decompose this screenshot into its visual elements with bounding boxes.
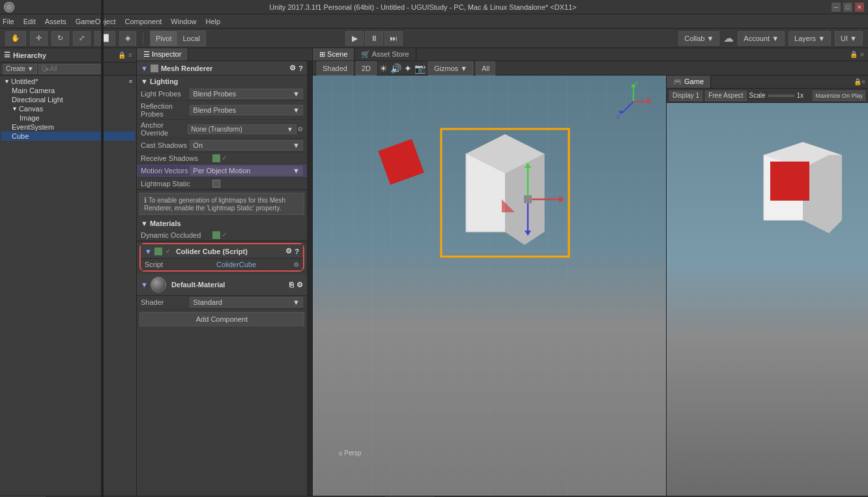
menu-help[interactable]: Help: [205, 18, 220, 25]
tab-inspector[interactable]: ☰ Inspector: [137, 48, 188, 61]
inspector-vscroll[interactable]: [307, 61, 312, 496]
colider-settings-icon[interactable]: ⚙: [285, 247, 292, 255]
pivot-button[interactable]: Pivot: [151, 31, 177, 46]
prop-dropdown-anchor[interactable]: None (Transform)▼: [188, 124, 297, 134]
play-controls: ▶ ⏸ ⏭: [345, 31, 403, 46]
scene-audio-icon[interactable]: 🔊: [390, 63, 401, 74]
menu-edit[interactable]: Edit: [23, 18, 36, 25]
gizmo-axis-widget: Y X Z: [614, 82, 653, 121]
display-button[interactable]: Display 1: [669, 91, 702, 101]
add-component-button[interactable]: Add Component: [139, 312, 304, 326]
svg-text:Z: Z: [616, 114, 620, 120]
shaded-button[interactable]: Shaded: [317, 61, 353, 76]
prop-dropdown-reflection[interactable]: Blend Probes▼: [190, 105, 303, 115]
minimize-button[interactable]: ─: [832, 3, 841, 12]
menu-file[interactable]: File: [3, 18, 14, 25]
prop-dropdown-motion[interactable]: Per Object Motion▼: [190, 165, 303, 176]
scene-cube-container: [440, 128, 570, 259]
pivot-group: Pivot Local: [150, 31, 206, 46]
scene-view[interactable]: ≤ Persp Y X: [313, 76, 666, 496]
section-fold-icon[interactable]: ▼: [141, 220, 150, 227]
material-settings-icon[interactable]: ⚙: [297, 281, 303, 289]
tree-item-label: Main Camera: [12, 87, 55, 94]
tab-icon: ☰: [143, 50, 152, 58]
collab-button[interactable]: Collab ▼: [678, 31, 719, 46]
pause-button[interactable]: ⏸: [365, 31, 383, 46]
hierarchy-item-canvas[interactable]: ▼ Canvas: [1, 104, 135, 113]
all-button[interactable]: All: [476, 61, 495, 76]
svg-point-1: [6, 4, 12, 10]
receive-shadows-checkbox[interactable]: [212, 154, 220, 162]
material-fold-icon[interactable]: ▼: [141, 281, 148, 289]
shader-dropdown[interactable]: Standard▼: [190, 297, 303, 307]
close-button[interactable]: ✕: [855, 3, 864, 12]
scene-camera-icon[interactable]: 📷: [414, 63, 426, 74]
anchor-circle-icon[interactable]: ⊙: [298, 126, 303, 132]
local-button[interactable]: Local: [177, 31, 205, 46]
account-button[interactable]: Account ▼: [738, 31, 785, 46]
menu-gameobject[interactable]: GameObject: [76, 18, 116, 25]
section-fold-icon[interactable]: ▼: [141, 78, 150, 85]
maximize-button[interactable]: □: [843, 3, 852, 12]
rect-tool-button[interactable]: ⬜: [94, 31, 115, 46]
component-help-icon[interactable]: ?: [298, 64, 303, 72]
menu-window[interactable]: Window: [171, 18, 196, 25]
2d-button[interactable]: 2D: [356, 61, 377, 76]
tab-scene[interactable]: ⊞ Scene: [313, 48, 354, 61]
lightmap-static-checkbox[interactable]: [212, 180, 220, 188]
hierarchy-search-input[interactable]: [38, 64, 104, 74]
hierarchy-create-button[interactable]: Create ▼: [3, 64, 37, 74]
menu-component[interactable]: Component: [124, 18, 162, 25]
hierarchy-item-main-camera[interactable]: Main Camera: [1, 86, 135, 95]
game-tab-bar: 🎮 Game 🔒 ≡: [667, 76, 868, 89]
component-settings-icon[interactable]: ⚙: [289, 64, 296, 72]
colider-enabled-checkbox[interactable]: [154, 248, 162, 255]
colider-help-icon[interactable]: ?: [295, 248, 299, 255]
tab-label: Inspector: [152, 50, 181, 58]
inspector-panel: ☰ Inspector ▼ Mesh Renderer ⚙ ? ▼: [137, 48, 313, 496]
materials-section-title: ▼ Materials: [137, 218, 307, 229]
colider-fold-icon[interactable]: ▼: [145, 248, 152, 255]
lighting-section: ▼ Lighting Light Probes Blend Probes▼ Re…: [137, 76, 307, 190]
scene-menu-icon[interactable]: ≡: [860, 51, 864, 58]
transform-tool-button[interactable]: ◈: [119, 31, 136, 46]
hand-tool-button[interactable]: ✋: [5, 31, 26, 46]
scene-light-icon[interactable]: ☀: [379, 63, 388, 74]
step-button[interactable]: ⏭: [384, 31, 403, 46]
hierarchy-item-menu[interactable]: ≡: [129, 78, 132, 85]
hierarchy-item-image[interactable]: Image: [1, 113, 135, 122]
scene-effects-icon[interactable]: ✦: [404, 63, 412, 74]
move-tool-button[interactable]: ✛: [30, 31, 48, 46]
hierarchy-item-eventsystem[interactable]: EventSystem: [1, 122, 135, 132]
hierarchy-item-directional-light[interactable]: Directional Light: [1, 95, 135, 104]
game-lock-icon[interactable]: 🔒: [854, 78, 861, 85]
hierarchy-item-untitled[interactable]: ▼ Untitled* ≡: [1, 77, 135, 86]
hierarchy-item-cube[interactable]: Cube: [1, 132, 135, 141]
prop-lightmap-static: Lightmap Static: [137, 178, 307, 190]
play-button[interactable]: ▶: [345, 31, 364, 46]
hierarchy-lock-icon[interactable]: 🔒: [118, 51, 126, 59]
aspect-button[interactable]: Free Aspect: [705, 91, 746, 101]
scene-lock-icon[interactable]: 🔒: [850, 51, 858, 58]
hierarchy-menu-icon[interactable]: ≡: [128, 51, 132, 59]
layers-button[interactable]: Layers ▼: [788, 31, 831, 46]
rotate-tool-button[interactable]: ↻: [51, 31, 69, 46]
game-menu-icon[interactable]: ≡: [861, 78, 865, 85]
scale-tool-button[interactable]: ⤢: [73, 31, 91, 46]
gizmos-button[interactable]: Gizmos ▼: [428, 61, 473, 76]
ui-layout-button[interactable]: UI ▼: [835, 31, 863, 46]
cloud-icon[interactable]: ☁: [723, 32, 734, 44]
tab-game[interactable]: 🎮 Game: [667, 76, 711, 88]
script-target-icon[interactable]: ⊙: [294, 261, 299, 268]
material-copy-icon[interactable]: ⎘: [289, 281, 294, 289]
prop-cast-shadows: Cast Shadows On▼: [137, 139, 307, 152]
menu-assets[interactable]: Assets: [45, 18, 66, 25]
svg-rect-26: [770, 162, 809, 201]
prop-dropdown-cast-shadows[interactable]: On▼: [190, 140, 303, 150]
component-fold-icon[interactable]: ▼: [141, 64, 148, 72]
prop-dropdown-light-probes[interactable]: Blend Probes▼: [190, 89, 303, 99]
scale-slider[interactable]: [768, 94, 794, 97]
maximize-button[interactable]: Maximize On Play: [813, 91, 865, 101]
dynamic-occluded-checkbox[interactable]: [212, 231, 220, 239]
tab-asset-store[interactable]: 🛒 Asset Store: [354, 48, 416, 61]
